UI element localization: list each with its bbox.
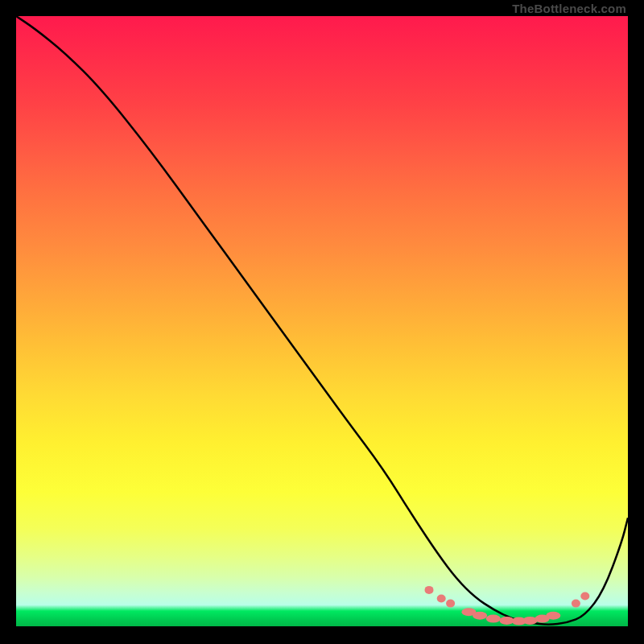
- bottleneck-curve: [16, 16, 628, 628]
- curve-marker: [572, 600, 580, 608]
- curve-marker: [580, 592, 589, 601]
- curve-marker: [425, 586, 434, 594]
- curve-marker: [437, 595, 446, 603]
- curve-marker: [486, 615, 501, 623]
- curve-marker: [446, 600, 455, 608]
- curve-marker: [473, 612, 487, 620]
- chart-frame: TheBottleneck.com: [16, 16, 628, 628]
- watermark-text: TheBottleneck.com: [512, 2, 626, 15]
- curve-line: [16, 16, 628, 625]
- curve-marker: [522, 617, 537, 625]
- curve-marker: [546, 612, 560, 620]
